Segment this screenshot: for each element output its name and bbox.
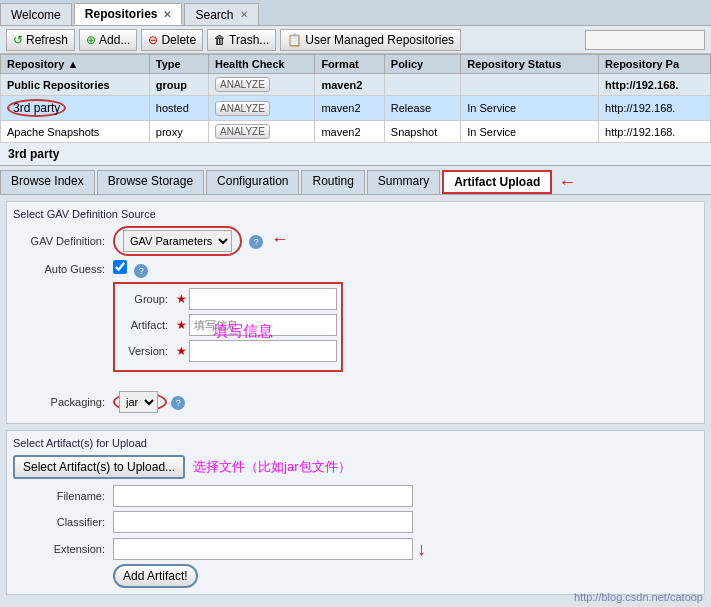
col-repository: Repository ▲ — [1, 55, 150, 74]
configuration-label: Configuration — [217, 174, 288, 188]
classifier-input[interactable] — [113, 511, 413, 533]
jar-select-wrapper: jar — [113, 392, 167, 412]
repo-policy: Release — [384, 96, 461, 121]
version-required: ★ — [176, 344, 187, 358]
analyze-button[interactable]: ANALYZE — [215, 77, 270, 92]
delete-button[interactable]: ⊖ Delete — [141, 29, 203, 51]
add-artifact-button[interactable]: Add Artifact! — [113, 564, 198, 588]
repo-health: ANALYZE — [209, 96, 315, 121]
gav-info-icon[interactable]: ? — [249, 235, 263, 249]
add-button[interactable]: ⊕ Add... — [79, 29, 137, 51]
trash-icon: 🗑 — [214, 33, 226, 47]
user-managed-label: User Managed Repositories — [305, 33, 454, 47]
analyze-button[interactable]: ANALYZE — [215, 124, 270, 139]
tab-browse-storage[interactable]: Browse Storage — [97, 170, 204, 194]
extension-input[interactable] — [113, 538, 413, 560]
repo-status — [461, 74, 599, 96]
group-required: ★ — [176, 292, 187, 306]
main-toolbar: ↺ Refresh ⊕ Add... ⊖ Delete 🗑 Trash... 📋… — [0, 26, 711, 54]
upload-row: Select Artifact(s) to Upload... 选择文件（比如j… — [13, 455, 698, 479]
selected-repo-label: 3rd party — [0, 143, 711, 166]
table-row[interactable]: 3rd party hosted ANALYZE maven2 Release … — [1, 96, 711, 121]
repo-type: proxy — [149, 121, 208, 143]
tab-browse-index[interactable]: Browse Index — [0, 170, 95, 194]
browse-storage-label: Browse Storage — [108, 174, 193, 188]
col-type: Type — [149, 55, 208, 74]
gav-definition-select[interactable]: GAV Parameters — [123, 230, 232, 252]
col-path: Repository Pa — [599, 55, 711, 74]
repo-type: hosted — [149, 96, 208, 121]
user-managed-button[interactable]: 📋 User Managed Repositories — [280, 29, 461, 51]
repo-health: ANALYZE — [209, 74, 315, 96]
extension-label: Extension: — [13, 543, 113, 555]
classifier-row: Classifier: — [13, 511, 698, 533]
extension-row: Extension: ↓ — [13, 537, 698, 560]
repo-path: http://192.168. — [599, 96, 711, 121]
artifact-row: Artifact: ★ — [119, 314, 337, 336]
packaging-row: Packaging: jar ? — [13, 391, 698, 413]
upload-hint: 选择文件（比如jar包文件） — [193, 458, 350, 476]
upload-section-title: Select Artifact(s) for Upload — [13, 437, 698, 449]
filename-row: Filename: — [13, 485, 698, 507]
select-artifacts-button[interactable]: Select Artifact(s) to Upload... — [13, 455, 185, 479]
repo-status: In Service — [461, 96, 599, 121]
add-icon: ⊕ — [86, 33, 96, 47]
tab-routing[interactable]: Routing — [301, 170, 364, 194]
refresh-icon: ↺ — [13, 33, 23, 47]
artifact-input[interactable] — [189, 314, 337, 336]
filename-label: Filename: — [13, 490, 113, 502]
tab-summary[interactable]: Summary — [367, 170, 440, 194]
add-label: Add... — [99, 33, 130, 47]
close-repositories-icon[interactable]: ✕ — [163, 9, 171, 20]
table-row[interactable]: Public Repositories group ANALYZE maven2… — [1, 74, 711, 96]
packaging-select[interactable]: jar — [119, 391, 158, 413]
toolbar-search-input[interactable] — [585, 30, 705, 50]
classifier-label: Classifier: — [13, 516, 113, 528]
analyze-button[interactable]: ANALYZE — [215, 101, 270, 116]
close-search-icon[interactable]: ✕ — [240, 9, 248, 20]
table-row[interactable]: Apache Snapshots proxy ANALYZE maven2 Sn… — [1, 121, 711, 143]
tab-artifact-upload[interactable]: Artifact Upload — [442, 170, 552, 194]
trash-button[interactable]: 🗑 Trash... — [207, 29, 276, 51]
packaging-info-icon[interactable]: ? — [171, 396, 185, 410]
gav-inputs-box: Group: ★ Artifact: ★ Version: ★ — [113, 282, 343, 372]
tab-welcome[interactable]: Welcome — [0, 3, 72, 25]
refresh-button[interactable]: ↺ Refresh — [6, 29, 75, 51]
version-input[interactable] — [189, 340, 337, 362]
group-input[interactable] — [189, 288, 337, 310]
group-label: Group: — [119, 293, 176, 305]
version-row: Version: ★ — [119, 340, 337, 362]
arrow-to-tab: ← — [558, 172, 576, 193]
repo-name: Public Repositories — [1, 74, 150, 96]
repo-format: maven2 — [315, 96, 384, 121]
gav-definition-field: GAV Parameters ? ← — [113, 226, 698, 256]
artifact-label: Artifact: — [119, 319, 176, 331]
tab-search[interactable]: Search ✕ — [184, 3, 258, 25]
tab-repositories[interactable]: Repositories ✕ — [74, 3, 183, 25]
auto-guess-field: ? — [113, 260, 698, 278]
watermark: http://blog.csdn.net/catoop — [574, 591, 703, 603]
tab-search-label: Search — [195, 8, 233, 22]
auto-guess-row: Auto Guess: ? — [13, 260, 698, 278]
top-tab-bar: Welcome Repositories ✕ Search ✕ — [0, 0, 711, 26]
auto-guess-info-icon[interactable]: ? — [134, 264, 148, 278]
auto-guess-checkbox[interactable] — [113, 260, 127, 274]
toolbar-search-area — [585, 30, 705, 50]
select-artifacts-label: Select Artifact(s) to Upload... — [23, 460, 175, 474]
oval-highlight: 3rd party — [7, 99, 66, 117]
user-managed-icon: 📋 — [287, 33, 302, 47]
packaging-field: jar ? — [113, 391, 698, 413]
delete-label: Delete — [161, 33, 196, 47]
gav-definition-section: Select GAV Definition Source GAV Definit… — [6, 201, 705, 424]
group-row: Group: ★ — [119, 288, 337, 310]
gav-definition-row: GAV Definition: GAV Parameters ? ← — [13, 226, 698, 256]
sub-tab-bar: Browse Index Browse Storage Configuratio… — [0, 166, 711, 195]
filename-input[interactable] — [113, 485, 413, 507]
tab-welcome-label: Welcome — [11, 8, 61, 22]
repo-policy: Snapshot — [384, 121, 461, 143]
refresh-label: Refresh — [26, 33, 68, 47]
repo-path: http://192.168. — [599, 121, 711, 143]
arrow-to-gav: ← — [271, 229, 289, 249]
repo-policy — [384, 74, 461, 96]
tab-configuration[interactable]: Configuration — [206, 170, 299, 194]
